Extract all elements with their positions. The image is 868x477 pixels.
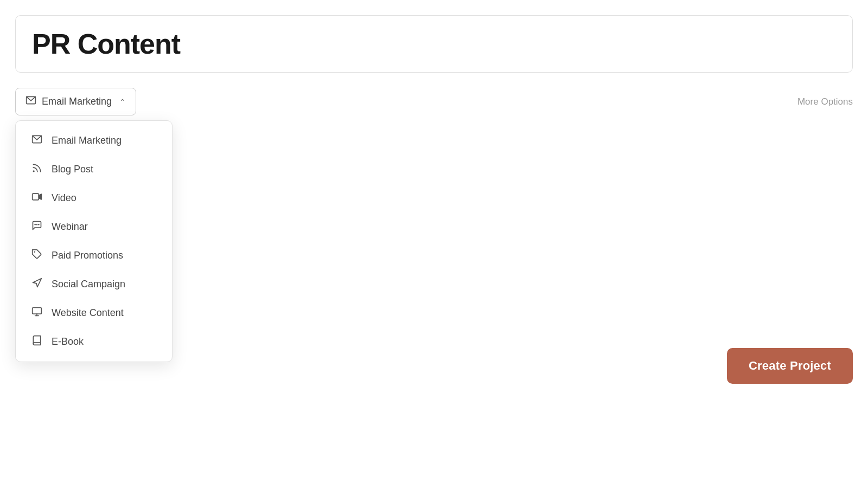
dropdown-item-website-content[interactable]: Website Content: [16, 299, 172, 327]
dropdown-item-paid-promotions[interactable]: Paid Promotions: [16, 241, 172, 270]
title-bar: PR Content: [15, 15, 853, 73]
blog-post-icon: [31, 163, 43, 176]
e-book-icon: [31, 335, 43, 349]
dropdown-trigger-label: Email Marketing: [42, 96, 112, 107]
dropdown-item-blog-post[interactable]: Blog Post: [16, 155, 172, 184]
more-options-link[interactable]: More Options: [797, 96, 853, 107]
svg-marker-4: [39, 194, 41, 199]
svg-point-2: [33, 171, 34, 172]
email-marketing-icon: [31, 134, 43, 147]
dropdown-item-label: Website Content: [52, 307, 124, 319]
dropdown-item-label: Email Marketing: [52, 135, 122, 146]
social-campaign-icon: [31, 278, 43, 291]
dropdown-item-label: Blog Post: [52, 164, 93, 175]
dropdown-item-label: E-Book: [52, 336, 84, 347]
page-title: PR Content: [32, 28, 836, 60]
email-trigger-icon: [25, 95, 36, 108]
dropdown-item-webinar[interactable]: Webinar: [16, 212, 172, 241]
svg-rect-3: [33, 194, 39, 200]
dropdown-item-label: Webinar: [52, 221, 88, 233]
dropdown-item-email-marketing[interactable]: Email Marketing: [16, 126, 172, 155]
create-project-button[interactable]: Create Project: [727, 348, 853, 384]
dropdown-item-video[interactable]: Video: [16, 184, 172, 212]
svg-rect-9: [33, 308, 42, 314]
dropdown-item-e-book[interactable]: E-Book: [16, 327, 172, 356]
content-type-dropdown-trigger[interactable]: Email Marketing ⌃: [15, 88, 136, 115]
dropdown-item-label: Video: [52, 192, 76, 204]
content-type-dropdown-menu: Email Marketing Blog Post: [15, 120, 173, 362]
dropdown-item-social-campaign[interactable]: Social Campaign: [16, 270, 172, 299]
dropdown-item-label: Paid Promotions: [52, 250, 123, 261]
chevron-up-icon: ⌃: [119, 98, 126, 106]
controls-row: Email Marketing ⌃ Email Marketing: [15, 88, 853, 115]
website-content-icon: [31, 306, 43, 320]
page-wrapper: PR Content Email Marketing ⌃: [0, 15, 868, 477]
paid-promotions-icon: [31, 249, 43, 262]
dropdown-item-label: Social Campaign: [52, 279, 125, 290]
video-icon: [31, 191, 43, 205]
webinar-icon: [31, 220, 43, 234]
